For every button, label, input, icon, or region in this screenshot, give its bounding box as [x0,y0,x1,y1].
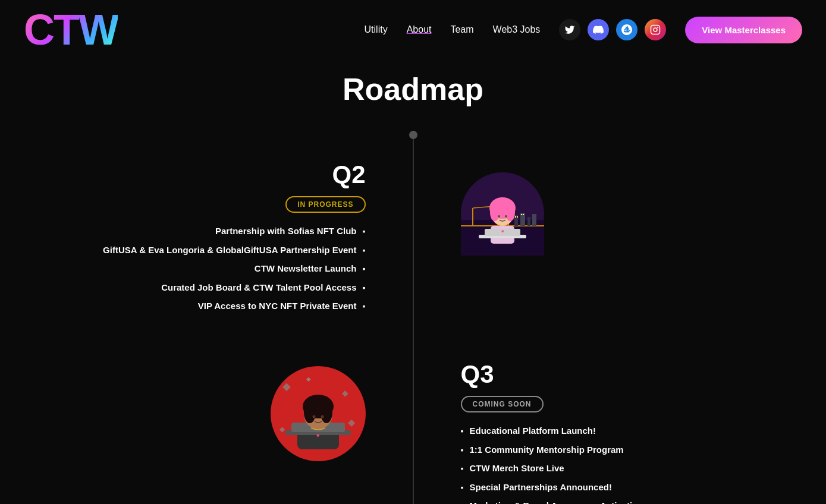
q2-label: Q2 [332,160,365,189]
q2-item-2: GiftUSA & Eva Longoria & GlobalGiftUSA P… [103,244,365,257]
q2-item-1: Partnership with Sofias NFT Club [103,225,365,238]
svg-point-22 [490,204,500,221]
svg-text:◆: ◆ [282,380,291,392]
svg-point-2 [657,27,658,28]
q3-avatar: ◆ ◆ ◆ ◆ ◆ ◆ [271,366,366,461]
q3-item-1: Educational Platform Launch! [461,424,648,437]
svg-rect-11 [527,217,530,226]
q3-item-4: Special Partnerships Announced! [461,481,648,494]
q2-items: Partnership with Sofias NFT Club GiftUSA… [103,225,365,319]
q3-badge: COMING SOON [461,396,544,412]
page-title: Roadmap [0,71,826,107]
q2-avatar: ♥ [461,172,544,256]
svg-point-42 [321,415,324,418]
twitter-icon[interactable] [559,19,580,40]
view-masterclasses-button[interactable]: View Masterclasses [685,17,802,43]
q3-item-5: Marketing & Brand Awareness Activations [461,499,648,504]
social-icons [559,19,666,40]
nav-team[interactable]: Team [450,24,473,35]
svg-text:◆: ◆ [306,376,311,382]
svg-point-1 [654,28,657,32]
svg-point-25 [505,215,507,218]
q3-right: Q3 COMING SOON Educational Platform Laun… [413,348,827,504]
q3-label: Q3 [461,360,494,389]
nav-utility[interactable]: Utility [365,24,388,35]
q3-row: ◆ ◆ ◆ ◆ ◆ ◆ [0,330,826,504]
svg-text:◆: ◆ [348,417,356,427]
svg-rect-14 [517,216,518,218]
main-nav: Utility About Team Web3 Jobs View Master… [365,17,802,43]
q2-left: Q2 IN PROGRESS Partnership with Sofias N… [0,149,413,330]
q2-row: Q2 IN PROGRESS Partnership with Sofias N… [0,131,826,330]
svg-point-24 [498,215,500,218]
svg-text:♥: ♥ [316,433,319,439]
svg-text:◆: ◆ [279,425,285,433]
q3-items: Educational Platform Launch! 1:1 Communi… [461,424,648,504]
logo[interactable]: CTW [24,8,118,51]
nav-about[interactable]: About [407,24,432,35]
header: CTW Utility About Team Web3 Jobs View Ma… [0,0,826,59]
q2-item-4: Curated Job Board & CTW Talent Pool Acce… [103,281,365,294]
q2-badge: IN PROGRESS [285,196,365,213]
svg-text:◆: ◆ [342,388,348,398]
svg-rect-0 [651,26,660,34]
svg-point-23 [505,204,515,221]
svg-point-40 [321,402,332,423]
svg-text:♥: ♥ [501,229,504,234]
svg-rect-16 [523,214,524,215]
svg-rect-15 [521,214,522,215]
svg-rect-13 [515,216,516,218]
q3-item-2: 1:1 Community Mentorship Program [461,443,648,456]
main-content: Roadmap Q2 IN PROGRESS Partnership with … [0,59,826,504]
logo-text: CTW [24,8,118,51]
svg-rect-12 [532,214,536,226]
discord-icon[interactable] [588,19,609,40]
q2-item-5: VIP Access to NYC NFT Private Event [103,300,365,313]
q3-item-3: CTW Merch Store Live [461,462,648,475]
svg-point-39 [304,402,316,423]
instagram-icon[interactable] [645,19,666,40]
opensea-icon[interactable] [616,19,637,40]
nav-web3jobs[interactable]: Web3 Jobs [493,24,541,35]
timeline: Q2 IN PROGRESS Partnership with Sofias N… [0,131,826,504]
svg-point-41 [312,415,315,418]
q2-item-3: CTW Newsletter Launch [103,262,365,275]
